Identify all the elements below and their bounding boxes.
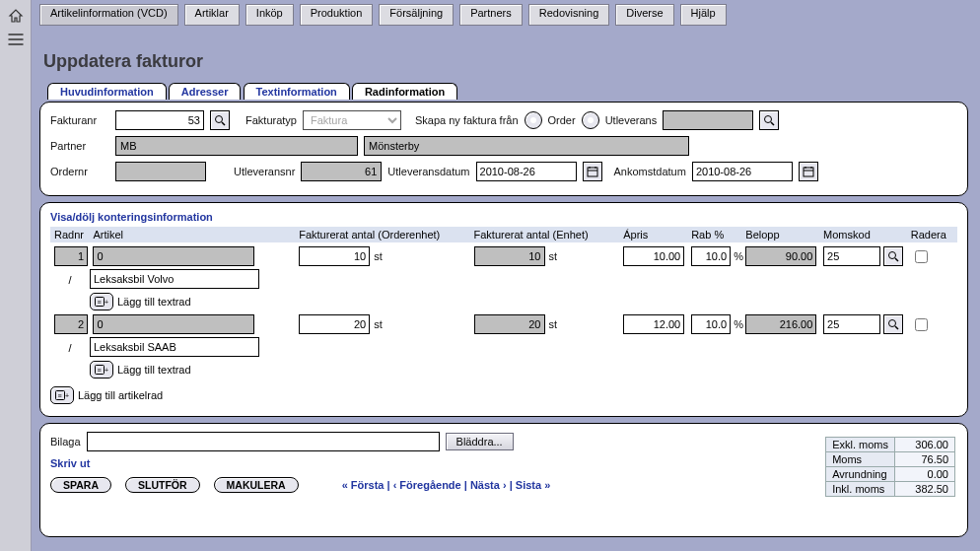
pager-last[interactable]: Sista » bbox=[516, 479, 550, 491]
tab-adresser[interactable]: Adresser bbox=[169, 83, 242, 100]
artikel-name-input[interactable] bbox=[90, 269, 259, 289]
add-textrow-2: ≡+ Lägg till textrad bbox=[50, 361, 957, 379]
table-row-sub: / bbox=[50, 269, 957, 289]
partner-code-box: MB bbox=[115, 136, 358, 156]
spara-button[interactable]: SPARA bbox=[50, 477, 111, 493]
menu-hjalp[interactable]: Hjälp bbox=[680, 4, 727, 26]
apris-input[interactable] bbox=[623, 314, 684, 334]
rab-input[interactable] bbox=[691, 314, 731, 334]
ankomstdatum-input[interactable] bbox=[692, 162, 793, 181]
radnr-input bbox=[54, 314, 88, 334]
total-avr-value: 0.00 bbox=[895, 467, 955, 482]
col-radera: Radera bbox=[911, 229, 957, 241]
col-fao: Fakturerat antal (Orderenhet) bbox=[299, 229, 473, 241]
svg-line-18 bbox=[895, 326, 898, 329]
top-menubar: Artikelinformation (VCD) Artiklar Inköp … bbox=[39, 4, 974, 26]
menu-redovisning[interactable]: Redovisning bbox=[528, 4, 610, 26]
fakturanr-input[interactable] bbox=[115, 110, 204, 130]
menu-icon[interactable] bbox=[7, 34, 25, 51]
momskod-lookup-icon[interactable] bbox=[883, 246, 903, 266]
makulera-button[interactable]: MAKULERA bbox=[214, 477, 299, 493]
utleveransdatum-calendar-icon[interactable] bbox=[583, 162, 602, 181]
browse-button[interactable]: Bläddra... bbox=[446, 433, 514, 450]
app-window: Artikelinformation (VCD) Artiklar Inköp … bbox=[0, 0, 980, 551]
pager-first[interactable]: « Första bbox=[342, 479, 385, 491]
menu-inkop[interactable]: Inköp bbox=[245, 4, 294, 26]
momskod-input[interactable] bbox=[823, 314, 880, 334]
fao-input[interactable] bbox=[299, 314, 370, 334]
menu-artiklar[interactable]: Artiklar bbox=[184, 4, 240, 26]
add-textrow-icon[interactable]: ≡+ bbox=[90, 293, 113, 310]
radnr-input bbox=[54, 246, 88, 266]
pager-next[interactable]: Nästa › bbox=[470, 479, 507, 491]
bilaga-input[interactable] bbox=[87, 432, 440, 451]
skriv-ut-link[interactable]: Skriv ut bbox=[50, 457, 957, 469]
add-articlerow: ≡+ Lägg till artikelrad bbox=[50, 386, 957, 404]
table-row: st st % bbox=[50, 246, 957, 266]
pager-sep: | bbox=[510, 479, 513, 491]
left-gutter bbox=[0, 0, 32, 551]
artikel-code-input bbox=[93, 246, 254, 266]
radio-order[interactable] bbox=[525, 111, 542, 129]
add-textrow-icon[interactable]: ≡+ bbox=[90, 361, 113, 379]
skapa-lookup-icon[interactable] bbox=[759, 110, 779, 130]
radera-checkbox[interactable] bbox=[915, 250, 928, 263]
rab-unit: % bbox=[734, 318, 743, 330]
total-exkl-value: 306.00 bbox=[895, 438, 955, 452]
utleveransdatum-input[interactable] bbox=[476, 162, 577, 181]
option-order-label: Order bbox=[548, 114, 576, 126]
slutfor-button[interactable]: SLUTFÖR bbox=[125, 477, 200, 493]
row-slash: / bbox=[50, 272, 90, 286]
col-rab: Rab % bbox=[691, 229, 745, 241]
header-panel: Fakturanr Fakturatyp Faktura Skapa ny fa… bbox=[39, 102, 968, 196]
rab-unit: % bbox=[734, 250, 743, 262]
pager: « Första | ‹ Föregående | Nästa › | Sist… bbox=[342, 479, 551, 491]
momskod-lookup-icon[interactable] bbox=[883, 314, 903, 334]
total-moms-value: 76.50 bbox=[895, 452, 955, 467]
svg-rect-8 bbox=[804, 168, 813, 176]
footer-panel: Bilaga Bläddra... Skriv ut SPARA SLUTFÖR… bbox=[39, 423, 968, 537]
fae-unit: st bbox=[549, 318, 558, 330]
momskod-input[interactable] bbox=[823, 246, 880, 266]
tab-textinformation[interactable]: Textinformation bbox=[244, 83, 350, 100]
menu-artikelinformation[interactable]: Artikelinformation (VCD) bbox=[39, 4, 178, 26]
add-articlerow-icon[interactable]: ≡+ bbox=[50, 386, 74, 404]
svg-line-3 bbox=[771, 122, 774, 125]
add-textrow-label[interactable]: Lägg till textrad bbox=[117, 364, 191, 376]
artikel-name-input[interactable] bbox=[90, 337, 259, 357]
fakturanr-lookup-icon[interactable] bbox=[210, 110, 230, 130]
svg-line-13 bbox=[895, 258, 898, 261]
pager-sep: | bbox=[464, 479, 467, 491]
add-textrow-label[interactable]: Lägg till textrad bbox=[117, 296, 191, 308]
belopp-input bbox=[745, 314, 816, 334]
toggle-kontering[interactable]: Visa/dölj konteringsinformation bbox=[50, 211, 957, 223]
tab-huvudinformation[interactable]: Huvudinformation bbox=[47, 83, 167, 100]
menu-partners[interactable]: Partners bbox=[459, 4, 523, 26]
apris-input[interactable] bbox=[623, 246, 684, 266]
menu-produktion[interactable]: Produktion bbox=[300, 4, 374, 26]
fae-input bbox=[474, 314, 545, 334]
fao-unit: st bbox=[374, 318, 383, 330]
radera-checkbox[interactable] bbox=[915, 318, 928, 331]
pager-prev[interactable]: ‹ Föregående bbox=[393, 479, 461, 491]
add-articlerow-label[interactable]: Lägg till artikelrad bbox=[78, 389, 163, 401]
partner-label: Partner bbox=[50, 140, 109, 152]
utleveransdatum-label: Utleveransdatum bbox=[387, 166, 469, 177]
tab-radinformation[interactable]: Radinformation bbox=[352, 83, 457, 100]
menu-diverse[interactable]: Diverse bbox=[615, 4, 673, 26]
rab-input[interactable] bbox=[691, 246, 731, 266]
col-apris: Ápris bbox=[623, 229, 691, 241]
skapa-id-box bbox=[663, 110, 753, 130]
fao-input[interactable] bbox=[299, 246, 370, 266]
radio-utleverans[interactable] bbox=[582, 111, 599, 129]
ankomstdatum-calendar-icon[interactable] bbox=[799, 162, 818, 181]
table-row-sub: / bbox=[50, 337, 957, 357]
row-slash: / bbox=[50, 340, 90, 354]
home-icon[interactable] bbox=[7, 8, 25, 26]
col-artikel: Artikel bbox=[93, 229, 299, 241]
belopp-input bbox=[745, 246, 816, 266]
menu-forsaljning[interactable]: Försäljning bbox=[379, 4, 454, 26]
svg-text:≡: ≡ bbox=[58, 392, 62, 399]
svg-text:+: + bbox=[105, 367, 108, 374]
partner-name-box: Mönsterby bbox=[364, 136, 689, 156]
